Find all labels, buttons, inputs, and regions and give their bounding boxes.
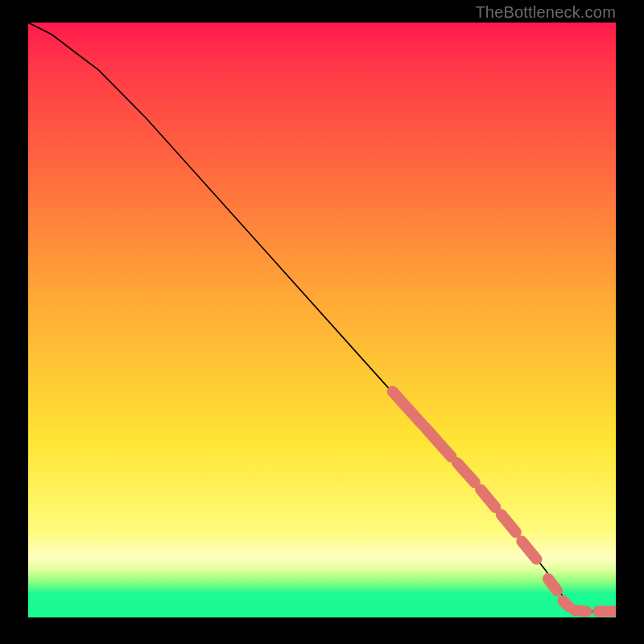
dash-segment [575,610,587,612]
dash-segment [425,427,452,457]
dash-segment [548,579,557,591]
dash-segment [563,601,568,606]
dash-segment [522,541,536,559]
dash-segment [481,489,495,507]
plot-area [28,23,616,617]
attribution-text: TheBottleneck.com [475,3,616,22]
dash-segment [393,391,422,424]
curve-line [28,23,616,612]
dash-segment [502,514,516,532]
chart-svg [28,23,616,617]
chart-frame: TheBottleneck.com [0,0,644,644]
dash-segment [457,463,475,482]
